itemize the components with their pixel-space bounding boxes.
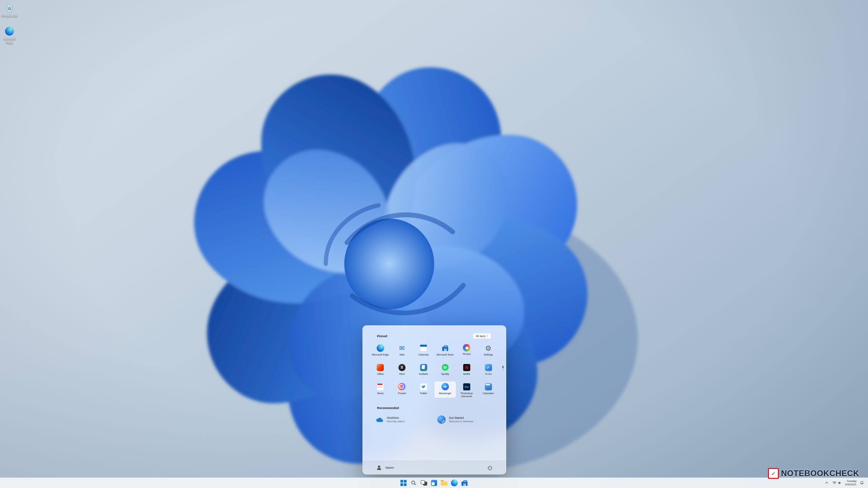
desktop: ♻ Recycle Bin Microsoft Edge Pinned All … bbox=[0, 0, 868, 488]
page-dot-active[interactable] bbox=[502, 366, 504, 368]
notebookcheck-check-icon: ✓ bbox=[768, 468, 779, 479]
pinned-app-messenger[interactable]: Messenger bbox=[434, 381, 456, 398]
pinned-app-microsoft-store[interactable]: Microsoft Store bbox=[434, 343, 456, 362]
recommended-section-header: Recommended bbox=[377, 406, 399, 410]
twitter-bird-icon bbox=[420, 383, 427, 390]
pinned-app-label: Solitaire bbox=[419, 372, 428, 375]
notebookcheck-watermark: ✓ NOTEBOOKCHECK bbox=[768, 468, 859, 479]
pinned-app-label: Microsoft Edge bbox=[372, 353, 389, 356]
pinned-app-xbox[interactable]: Xbox bbox=[391, 362, 413, 381]
pinned-app-spotify[interactable]: Spotify bbox=[434, 362, 456, 381]
pinned-app-office[interactable]: Office bbox=[370, 362, 391, 381]
user-name: Naren bbox=[386, 466, 394, 469]
pinned-page-indicator[interactable] bbox=[502, 366, 504, 371]
store-icon bbox=[461, 480, 468, 486]
pinned-app-label: Xbox bbox=[399, 372, 405, 375]
start-menu-user-bar: Naren bbox=[363, 461, 506, 474]
pinned-app-twitter[interactable]: Twitter bbox=[413, 381, 434, 398]
recommended-item-subtitle: Recently added bbox=[387, 420, 405, 423]
settings-gear-icon bbox=[484, 344, 492, 352]
pinned-app-netflix[interactable]: Netflix bbox=[456, 362, 478, 381]
bell-icon bbox=[859, 480, 865, 486]
pinned-app-label: Microsoft Store bbox=[437, 353, 454, 356]
pinned-app-calculator[interactable]: Calculator bbox=[477, 381, 499, 398]
news-icon bbox=[377, 383, 384, 390]
edge-icon bbox=[451, 480, 458, 486]
power-button[interactable] bbox=[487, 465, 493, 471]
clock-weekday: Tuesday bbox=[847, 480, 857, 483]
pinned-app-picsart[interactable]: PicsArt bbox=[391, 381, 413, 398]
pinned-app-label: To Do bbox=[485, 372, 492, 375]
recommended-item-get-started[interactable]: Get Started Welcome to Windows bbox=[434, 412, 496, 427]
pinned-app-label: Twitter bbox=[420, 392, 427, 395]
start-button[interactable] bbox=[399, 479, 408, 487]
taskbar: Tuesday 6/15/2021 bbox=[0, 477, 868, 488]
windows-logo-icon bbox=[400, 480, 407, 486]
desktop-icon-microsoft-edge[interactable]: Microsoft Edge bbox=[0, 26, 19, 45]
pinned-app-label: Calendar bbox=[418, 353, 429, 356]
chevron-up-icon bbox=[824, 481, 829, 485]
get-started-icon bbox=[437, 415, 446, 424]
desktop-icon-recycle-bin[interactable]: ♻ Recycle Bin bbox=[0, 3, 19, 18]
edge-icon bbox=[4, 26, 15, 37]
pinned-apps-grid: Microsoft Edge Mail Calendar Microsoft S… bbox=[370, 343, 499, 398]
pinned-app-calendar[interactable]: Calendar bbox=[413, 343, 434, 362]
pinned-app-mail[interactable]: Mail bbox=[391, 343, 413, 362]
pinned-app-photoshop-elements[interactable]: Photoshop Elements bbox=[456, 381, 478, 398]
pinned-app-label: News bbox=[377, 392, 383, 395]
folder-icon bbox=[441, 480, 448, 486]
messenger-icon bbox=[441, 383, 449, 390]
desktop-icon-label: Microsoft Edge bbox=[0, 37, 19, 45]
wifi-icon bbox=[832, 480, 837, 486]
pinned-section-header: Pinned bbox=[377, 334, 387, 338]
pinned-app-settings[interactable]: Settings bbox=[477, 343, 499, 362]
recycle-bin-icon: ♻ bbox=[4, 3, 15, 14]
clock[interactable]: Tuesday 6/15/2021 bbox=[845, 480, 856, 486]
recommended-item-title: Get Started bbox=[449, 416, 473, 420]
start-menu-header: Pinned All apps bbox=[377, 333, 491, 339]
picsart-icon bbox=[398, 383, 406, 390]
solitaire-icon bbox=[420, 364, 427, 371]
pinned-app-label: Office bbox=[377, 372, 383, 375]
quick-settings-button[interactable] bbox=[832, 479, 843, 487]
desktop-icon-label: Recycle Bin bbox=[1, 14, 18, 18]
page-dot[interactable] bbox=[502, 370, 504, 371]
task-view-button[interactable] bbox=[420, 479, 428, 487]
pinned-app-solitaire[interactable]: Solitaire bbox=[413, 362, 434, 381]
pinned-app-news[interactable]: News bbox=[370, 381, 391, 398]
pinned-app-photos[interactable]: Photos bbox=[456, 343, 478, 362]
edge-taskbar-button[interactable] bbox=[450, 479, 458, 487]
store-icon bbox=[442, 345, 448, 351]
todo-icon bbox=[485, 364, 492, 371]
recommended-list: OneDrive Recently added Get Started Welc… bbox=[372, 412, 496, 427]
store-taskbar-button[interactable] bbox=[460, 479, 469, 487]
clock-date: 6/15/2021 bbox=[845, 483, 856, 486]
pinned-app-label: Photos bbox=[463, 352, 471, 355]
start-menu: Pinned All apps Microsoft Edge Mail Cale… bbox=[362, 325, 506, 474]
recommended-item-subtitle: Welcome to Windows bbox=[449, 420, 473, 423]
pinned-app-label: Settings bbox=[484, 353, 493, 356]
pinned-app-microsoft-edge[interactable]: Microsoft Edge bbox=[370, 343, 391, 362]
all-apps-chevron-icon bbox=[487, 334, 488, 338]
photos-icon bbox=[463, 344, 470, 351]
search-icon bbox=[410, 480, 417, 486]
widgets-button[interactable] bbox=[430, 479, 438, 487]
mail-icon bbox=[398, 344, 406, 352]
recommended-item-title: OneDrive bbox=[387, 416, 405, 420]
all-apps-button[interactable]: All apps bbox=[473, 333, 491, 339]
notebookcheck-text: NOTEBOOKCHECK bbox=[781, 469, 859, 478]
taskbar-center-buttons bbox=[399, 478, 469, 488]
pinned-app-to-do[interactable]: To Do bbox=[477, 362, 499, 381]
search-button[interactable] bbox=[410, 479, 418, 487]
svg-text:♻: ♻ bbox=[8, 7, 11, 11]
tray-overflow-button[interactable] bbox=[824, 479, 829, 487]
notification-center-button[interactable] bbox=[859, 479, 865, 487]
pinned-app-label: Messenger bbox=[439, 392, 451, 395]
system-tray: Tuesday 6/15/2021 bbox=[824, 478, 865, 488]
recommended-item-onedrive[interactable]: OneDrive Recently added bbox=[372, 412, 434, 427]
netflix-icon bbox=[463, 364, 470, 371]
user-profile-button[interactable]: Naren bbox=[376, 464, 394, 471]
user-avatar-icon bbox=[376, 464, 382, 471]
calendar-icon bbox=[420, 345, 427, 351]
file-explorer-button[interactable] bbox=[440, 479, 448, 487]
